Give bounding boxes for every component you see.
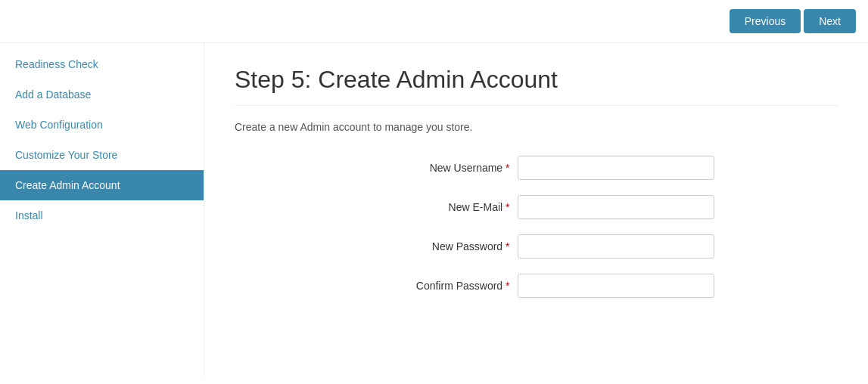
password-required-star: * [506, 240, 509, 252]
sidebar: Readiness Check Add a Database Web Confi… [0, 43, 204, 376]
confirm-password-field-group: Confirm Password * [235, 274, 838, 298]
sidebar-item-install[interactable]: Install [0, 200, 204, 231]
sidebar-item-add-database[interactable]: Add a Database [0, 79, 204, 110]
sidebar-item-readiness-check[interactable]: Readiness Check [0, 49, 204, 79]
sidebar-item-create-admin[interactable]: Create Admin Account [0, 170, 204, 200]
page-description: Create a new Admin account to manage you… [235, 121, 838, 133]
password-field-group: New Password * [235, 234, 838, 259]
email-required-star: * [506, 201, 509, 213]
password-input[interactable] [518, 234, 714, 259]
page-title: Step 5: Create Admin Account [235, 66, 838, 106]
confirm-password-label: Confirm Password * [359, 280, 510, 292]
username-required-star: * [506, 162, 509, 174]
email-input[interactable] [518, 195, 714, 219]
email-label: New E-Mail * [359, 201, 510, 213]
top-nav-buttons: Previous Next [730, 9, 856, 33]
confirm-password-required-star: * [506, 280, 509, 292]
top-navigation: Previous Next [0, 0, 868, 43]
password-label: New Password * [359, 240, 510, 252]
main-content: Step 5: Create Admin Account Create a ne… [204, 43, 868, 376]
confirm-password-input[interactable] [518, 274, 714, 298]
main-layout: Readiness Check Add a Database Web Confi… [0, 43, 868, 376]
username-field-group: New Username * [235, 156, 838, 180]
email-field-group: New E-Mail * [235, 195, 838, 219]
sidebar-item-customize-store[interactable]: Customize Your Store [0, 140, 204, 170]
top-next-button[interactable]: Next [804, 9, 856, 33]
username-input[interactable] [518, 156, 714, 180]
username-label: New Username * [359, 162, 510, 174]
top-previous-button[interactable]: Previous [730, 9, 801, 33]
sidebar-item-web-configuration[interactable]: Web Configuration [0, 110, 204, 140]
admin-account-form: New Username * New E-Mail * New Password… [235, 156, 838, 298]
